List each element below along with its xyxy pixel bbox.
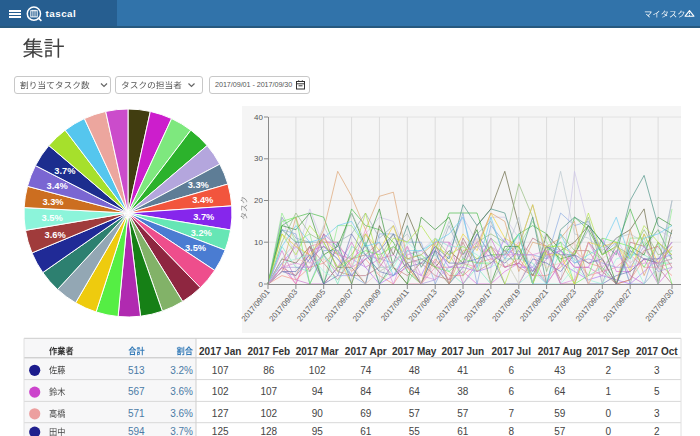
svg-text:3.7%: 3.7% bbox=[54, 166, 76, 176]
svg-text:107: 107 bbox=[212, 365, 229, 376]
svg-text:127: 127 bbox=[212, 408, 229, 419]
svg-text:3: 3 bbox=[654, 365, 660, 376]
svg-text:107: 107 bbox=[260, 386, 277, 397]
svg-text:2017 Feb: 2017 Feb bbox=[247, 346, 290, 357]
svg-text:102: 102 bbox=[212, 386, 229, 397]
svg-text:2017/09/09: 2017/09/09 bbox=[351, 288, 383, 324]
svg-text:567: 567 bbox=[128, 386, 145, 397]
svg-text:2017/09/11: 2017/09/11 bbox=[379, 288, 411, 323]
svg-text:38: 38 bbox=[457, 386, 469, 397]
svg-text:48: 48 bbox=[409, 365, 421, 376]
svg-text:8: 8 bbox=[508, 426, 514, 436]
svg-text:2017/09/27: 2017/09/27 bbox=[602, 288, 634, 324]
svg-text:64: 64 bbox=[409, 386, 421, 397]
svg-text:2017/09/13: 2017/09/13 bbox=[407, 288, 439, 324]
svg-text:2017/09/30: 2017/09/30 bbox=[644, 287, 676, 323]
svg-text:86: 86 bbox=[263, 365, 275, 376]
svg-text:3.6%: 3.6% bbox=[44, 230, 66, 240]
svg-text:3.5%: 3.5% bbox=[42, 213, 64, 223]
svg-text:10: 10 bbox=[254, 238, 263, 247]
svg-text:84: 84 bbox=[360, 386, 372, 397]
svg-text:125: 125 bbox=[212, 426, 229, 436]
svg-text:2017 May: 2017 May bbox=[392, 346, 437, 357]
svg-text:3.4%: 3.4% bbox=[192, 195, 214, 205]
svg-text:3.3%: 3.3% bbox=[42, 197, 64, 207]
svg-text:2017 Oct: 2017 Oct bbox=[636, 346, 678, 357]
svg-text:128: 128 bbox=[260, 426, 277, 436]
svg-text:40: 40 bbox=[254, 113, 263, 122]
svg-text:2017 Aug: 2017 Aug bbox=[538, 346, 582, 357]
svg-text:2017/09/23: 2017/09/23 bbox=[546, 288, 578, 324]
svg-text:2: 2 bbox=[654, 426, 660, 436]
svg-text:1: 1 bbox=[605, 386, 611, 397]
svg-text:5: 5 bbox=[654, 386, 660, 397]
svg-text:0: 0 bbox=[605, 426, 611, 436]
svg-text:90: 90 bbox=[312, 408, 324, 419]
svg-text:3.6%: 3.6% bbox=[170, 386, 193, 397]
svg-text:2017/09/15: 2017/09/15 bbox=[435, 287, 467, 323]
svg-text:61: 61 bbox=[360, 426, 372, 436]
svg-text:2017/09/05: 2017/09/05 bbox=[295, 287, 327, 323]
svg-text:0: 0 bbox=[605, 408, 611, 419]
svg-text:2017/09/19: 2017/09/19 bbox=[490, 288, 522, 324]
svg-text:43: 43 bbox=[554, 365, 566, 376]
svg-text:2017 Apr: 2017 Apr bbox=[345, 346, 387, 357]
svg-text:3: 3 bbox=[654, 408, 660, 419]
svg-text:2017 Jan: 2017 Jan bbox=[199, 346, 241, 357]
svg-text:64: 64 bbox=[554, 386, 566, 397]
svg-text:74: 74 bbox=[360, 365, 372, 376]
svg-text:6: 6 bbox=[508, 386, 514, 397]
svg-text:2017 Jul: 2017 Jul bbox=[491, 346, 531, 357]
svg-text:102: 102 bbox=[309, 365, 326, 376]
svg-text:61: 61 bbox=[457, 426, 469, 436]
svg-text:57: 57 bbox=[409, 408, 421, 419]
svg-text:513: 513 bbox=[128, 365, 145, 376]
svg-text:102: 102 bbox=[260, 408, 277, 419]
svg-text:3.3%: 3.3% bbox=[188, 180, 210, 190]
svg-text:3.2%: 3.2% bbox=[191, 228, 213, 238]
svg-text:571: 571 bbox=[128, 408, 145, 419]
svg-text:41: 41 bbox=[457, 365, 469, 376]
svg-text:7: 7 bbox=[508, 408, 514, 419]
svg-text:2017/09/07: 2017/09/07 bbox=[323, 288, 355, 324]
svg-text:2017/09/03: 2017/09/03 bbox=[267, 288, 299, 324]
svg-text:94: 94 bbox=[312, 386, 324, 397]
svg-text:2017 Sep: 2017 Sep bbox=[587, 346, 630, 357]
svg-text:69: 69 bbox=[360, 408, 372, 419]
svg-text:2017 Jun: 2017 Jun bbox=[441, 346, 484, 357]
svg-text:2: 2 bbox=[605, 365, 611, 376]
svg-text:30: 30 bbox=[254, 154, 263, 163]
svg-text:2017/09/25: 2017/09/25 bbox=[574, 287, 606, 323]
svg-text:57: 57 bbox=[457, 408, 469, 419]
svg-text:55: 55 bbox=[409, 426, 421, 436]
svg-text:3.7%: 3.7% bbox=[170, 426, 193, 436]
svg-text:95: 95 bbox=[312, 426, 324, 436]
svg-text:57: 57 bbox=[554, 426, 566, 436]
svg-text:3.4%: 3.4% bbox=[46, 181, 68, 191]
svg-text:2017/09/01: 2017/09/01 bbox=[240, 288, 272, 324]
svg-text:0: 0 bbox=[259, 280, 264, 289]
svg-text:3.6%: 3.6% bbox=[170, 408, 193, 419]
svg-text:59: 59 bbox=[554, 408, 566, 419]
svg-text:3.7%: 3.7% bbox=[193, 212, 215, 222]
svg-text:6: 6 bbox=[508, 365, 514, 376]
svg-text:2017/09/17: 2017/09/17 bbox=[462, 288, 494, 324]
svg-text:20: 20 bbox=[254, 196, 263, 205]
svg-text:594: 594 bbox=[128, 426, 145, 436]
svg-text:2017/09/21: 2017/09/21 bbox=[518, 288, 550, 324]
svg-text:3.2%: 3.2% bbox=[170, 365, 193, 376]
svg-text:2017 Mar: 2017 Mar bbox=[296, 346, 339, 357]
svg-text:3.5%: 3.5% bbox=[185, 243, 207, 253]
